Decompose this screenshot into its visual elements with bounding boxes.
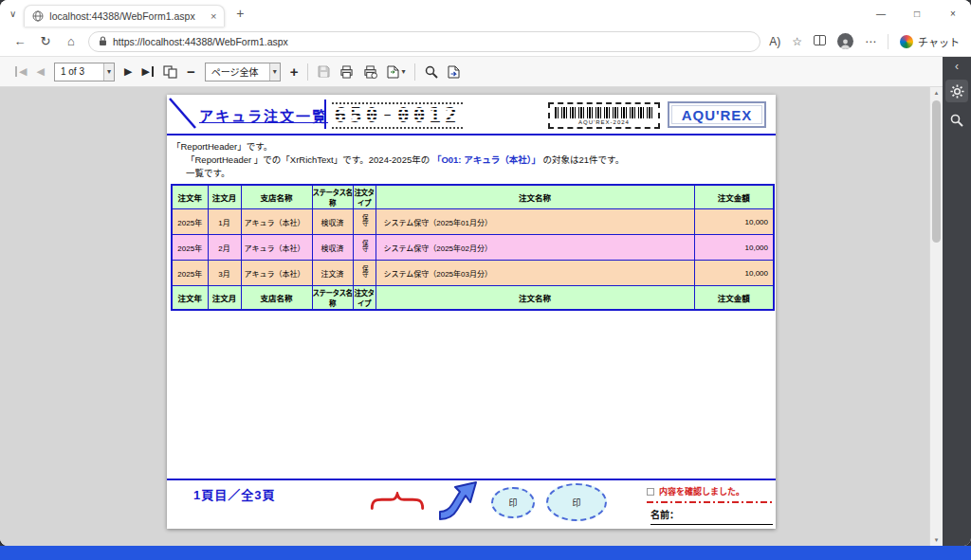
table-row: 2025年 2月 アキュラ（本社） 検収済 保守 システム保守（2025年02月… bbox=[172, 235, 774, 261]
browser-window: ∨ localhost:44388/WebForm1.aspx × + — □ … bbox=[0, 0, 971, 546]
cell-status: 検収済 bbox=[312, 209, 353, 235]
footer-cell: 注文年 bbox=[172, 286, 208, 311]
zoom-in-button[interactable]: + bbox=[290, 64, 299, 79]
header-cell: 注文年 bbox=[172, 185, 208, 209]
orders-table: 注文年 注文月 支店名称 ステータス名称 注文タイプ 注文名称 注文金額 202… bbox=[171, 184, 775, 311]
tab-close-icon[interactable]: × bbox=[211, 10, 216, 22]
previous-page-button[interactable]: ◀ bbox=[36, 66, 44, 77]
address-bar[interactable]: https://localhost:44388/WebForm1.aspx bbox=[88, 31, 760, 52]
footer-cell: 注文タイプ bbox=[353, 286, 376, 311]
window-controls: — □ × bbox=[863, 0, 971, 27]
profile-avatar[interactable] bbox=[837, 33, 853, 49]
search-button[interactable] bbox=[425, 65, 438, 79]
dropdown-caret-icon[interactable]: ▾ bbox=[269, 63, 280, 81]
company-logo-box: AQU'REX bbox=[668, 101, 766, 128]
confirm-checkbox[interactable] bbox=[647, 488, 654, 496]
browser-tab[interactable]: localhost:44388/WebForm1.aspx × bbox=[24, 5, 225, 27]
cell-amount: 10,000 bbox=[694, 261, 774, 286]
order-type-vertical-text: 保守 bbox=[361, 214, 368, 226]
viewer-search-button[interactable] bbox=[945, 109, 968, 132]
cell-order-year: 2025年 bbox=[172, 261, 208, 286]
export-document-button[interactable] bbox=[448, 65, 461, 79]
back-button[interactable]: ← bbox=[11, 34, 28, 48]
order-type-vertical-text: 保守 bbox=[361, 265, 368, 278]
cell-branch: アキュラ（本社） bbox=[241, 261, 312, 286]
print-button[interactable] bbox=[339, 65, 354, 79]
navbar-right-icons: A) ☆ ⋯ チャット bbox=[769, 33, 960, 49]
stamp-label: 印 bbox=[572, 497, 580, 509]
confirmation-row: 内容を確認しました。 bbox=[647, 485, 744, 497]
footer-cell: ステータス名称 bbox=[312, 286, 353, 311]
cell-order-name: システム保守（2025年01月分） bbox=[376, 209, 694, 235]
header-cell: 注文名称 bbox=[376, 185, 694, 209]
read-aloud-icon[interactable]: A) bbox=[769, 35, 780, 48]
scroll-down-icon[interactable]: ▾ bbox=[930, 536, 943, 544]
header-cell: 注文金額 bbox=[694, 185, 774, 209]
table-header-row: 注文年 注文月 支店名称 ステータス名称 注文タイプ 注文名称 注文金額 bbox=[172, 185, 774, 209]
red-dash-dot-line bbox=[647, 501, 772, 503]
report-viewer: ◀ ◀ 1 of 3 ▾ ▶ ▶ − ページ全体 ▾ + bbox=[0, 57, 971, 546]
cell-order-month: 3月 bbox=[208, 261, 241, 286]
rich-text-prefix: 「ReportHeader 」での「XrRichText」です。2024-202… bbox=[186, 154, 432, 165]
rich-text-line2: 一覧です。 bbox=[186, 166, 230, 179]
export-dropdown-button[interactable]: ▾ bbox=[387, 65, 405, 79]
site-info-lock-icon[interactable] bbox=[99, 33, 107, 50]
print-page-button[interactable] bbox=[363, 65, 377, 79]
close-button[interactable]: × bbox=[935, 0, 971, 27]
scrollbar-thumb[interactable] bbox=[932, 100, 941, 243]
new-tab-button[interactable]: + bbox=[236, 6, 244, 21]
title-divider bbox=[324, 99, 326, 129]
zoom-level-value: ページ全体 bbox=[211, 64, 259, 79]
refresh-button[interactable]: ↻ bbox=[37, 34, 54, 48]
favorites-star-icon[interactable]: ☆ bbox=[792, 35, 802, 48]
rich-text-highlight: 「O01: アキュラ（本社）」 bbox=[432, 154, 540, 165]
header-rule bbox=[167, 134, 776, 135]
viewer-settings-button[interactable] bbox=[945, 80, 968, 102]
cell-order-name: システム保守（2025年03月分） bbox=[376, 261, 694, 286]
tab-search-chevron-icon[interactable]: ∨ bbox=[9, 9, 16, 19]
toolbar-separator bbox=[414, 63, 415, 81]
copilot-chat-button[interactable]: チャット bbox=[900, 34, 960, 49]
first-page-button[interactable]: ◀ bbox=[15, 66, 27, 77]
multipage-view-icon[interactable] bbox=[163, 65, 177, 79]
scroll-up-icon[interactable]: ▴ bbox=[930, 89, 943, 97]
maximize-button[interactable]: □ bbox=[899, 0, 935, 27]
vertical-scrollbar[interactable]: ▴ ▾ bbox=[929, 87, 943, 546]
zoom-out-button[interactable]: − bbox=[187, 64, 195, 79]
barcode-label: AQU'REX-2024 bbox=[578, 119, 630, 125]
page-selector-dropdown[interactable]: 1 of 3 ▾ bbox=[54, 63, 115, 81]
header-diagonal-line bbox=[169, 98, 197, 130]
stamp-seal-small: 印 bbox=[491, 487, 535, 518]
rich-text-suffix: の対象は21件です。 bbox=[540, 154, 624, 165]
last-page-button[interactable]: ▶ bbox=[141, 66, 153, 77]
dropdown-caret-icon[interactable]: ▾ bbox=[103, 63, 114, 81]
search-icon bbox=[950, 114, 963, 127]
panel-collapse-icon[interactable]: ‹ bbox=[955, 60, 959, 73]
postal-code-barcode-text: 650-0012 bbox=[332, 102, 463, 129]
footer-cell: 支店名称 bbox=[241, 286, 312, 311]
next-page-button[interactable]: ▶ bbox=[124, 66, 132, 77]
browser-navbar: ← ↻ ⌂ https://localhost:44388/WebForm1.a… bbox=[0, 27, 971, 57]
dropdown-caret-icon[interactable]: ▾ bbox=[401, 68, 405, 76]
split-screen-icon[interactable] bbox=[814, 35, 826, 48]
order-type-vertical-text: 保守 bbox=[361, 240, 368, 252]
copilot-chat-label: チャット bbox=[918, 34, 960, 49]
red-brace-shape bbox=[370, 492, 425, 511]
zoom-level-dropdown[interactable]: ページ全体 ▾ bbox=[205, 63, 281, 81]
url-text: https://localhost:44388/WebForm1.aspx bbox=[113, 36, 288, 47]
report-title: アキュラ注文一覧 bbox=[199, 105, 328, 125]
table-row: 2025年 3月 アキュラ（本社） 注文済 保守 システム保守（2025年03月… bbox=[172, 261, 774, 286]
home-button[interactable]: ⌂ bbox=[63, 34, 80, 48]
barcode-bars bbox=[555, 107, 653, 118]
table-row: 2025年 1月 アキュラ（本社） 検収済 保守 システム保守（2025年01月… bbox=[172, 209, 774, 235]
browser-titlebar: ∨ localhost:44388/WebForm1.aspx × + — □ … bbox=[0, 0, 971, 27]
cell-order-type: 保守 bbox=[353, 235, 376, 261]
settings-more-icon[interactable]: ⋯ bbox=[865, 35, 876, 48]
barcode: AQU'REX-2024 bbox=[548, 102, 660, 129]
report-page: アキュラ注文一覧 650-0012 AQU'REX-2024 AQU'REX 「… bbox=[167, 95, 776, 529]
cell-status: 検収済 bbox=[312, 235, 353, 261]
minimize-button[interactable]: — bbox=[863, 0, 899, 27]
footer-cell: 注文金額 bbox=[694, 286, 774, 311]
header-cell: 注文タイプ bbox=[353, 185, 376, 209]
save-button[interactable] bbox=[318, 65, 330, 78]
